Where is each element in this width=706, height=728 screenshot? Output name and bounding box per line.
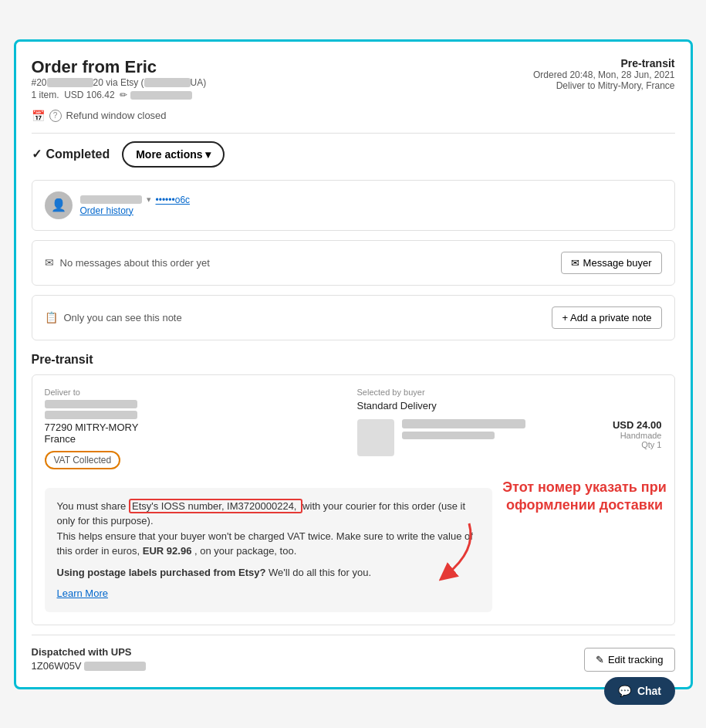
refund-circle-icon: ? [49, 110, 62, 122]
tracking-blurred [84, 662, 146, 671]
red-annotation-text: Этот номер указать при оформлении достав… [500, 479, 670, 515]
product-sub [402, 432, 495, 439]
annotation-wrapper: You must share Etsy's IOSS number, IM372… [45, 479, 662, 612]
selected-by-col: Selected by buyer Standard Delivery USD … [357, 388, 662, 469]
messages-left: ✉ No messages about this order yet [45, 256, 210, 269]
envelope-icon: ✉ [45, 256, 54, 269]
order-history-link[interactable]: Order history [80, 205, 191, 216]
status-row: ✓ Completed More actions ▾ [32, 141, 675, 168]
order-id: #20••••••20 via Etsy (••••••••UA) [32, 77, 207, 88]
deliver-to-meta: Deliver to Mitry-Mory, France [533, 80, 674, 91]
buyer-card: 👤 ▾ ••••••о6с Order history [32, 180, 675, 231]
vat-info-box: You must share Etsy's IOSS number, IM372… [45, 488, 492, 612]
ordered-date: Ordered 20:48, Mon, 28 Jun, 2021 [533, 69, 674, 80]
dropdown-icon: ▾ [147, 195, 151, 205]
shipping-grid: Deliver to 77290 MITRY-MORY France VAT C… [45, 388, 662, 469]
ioss-number: Etsy's IOSS number, IM3720000224, [132, 500, 297, 512]
buyer-name-blurred [80, 195, 142, 204]
red-arrow [415, 520, 485, 581]
address-city: 77290 MITRY-MORY [45, 422, 350, 433]
chat-button[interactable]: 💬 Chat [604, 677, 675, 705]
postage-text: We'll do all this for you. [269, 567, 371, 578]
note-icon: 📋 [45, 311, 58, 323]
order-title: Order from Eric [32, 57, 207, 77]
more-actions-label: More actions ▾ [136, 148, 211, 161]
address-country: France [45, 433, 350, 445]
product-image [357, 419, 394, 456]
tracking-row: 1Z06W05V [32, 660, 147, 672]
learn-more-link[interactable]: Learn More [57, 587, 108, 599]
message-buyer-label: Message buyer [583, 257, 652, 269]
checkmark-icon: ✓ [32, 147, 42, 161]
tracking-prefix: 1Z06W05V [32, 660, 82, 672]
no-messages-text: No messages about this order yet [60, 257, 210, 269]
completed-text: Completed [46, 147, 110, 161]
red-annotation-wrapper: Этот номер указать при оформлении достав… [492, 479, 662, 515]
deliver-to-label: Deliver to [45, 388, 350, 397]
order-id-text: #20••••••20 via Etsy (••••••••UA) [32, 77, 207, 88]
edit-tracking-label: Edit tracking [608, 654, 664, 665]
page-wrapper: Order from Eric #20••••••20 via Etsy (••… [14, 39, 693, 689]
shipping-card: Deliver to 77290 MITRY-MORY France VAT C… [32, 374, 675, 625]
note-card: 📋 Only you can see this note + Add a pri… [32, 295, 675, 340]
address-line1 [45, 400, 137, 408]
vat-text2: with your courier for this order [302, 500, 435, 512]
chat-icon: 💬 [618, 685, 631, 697]
buyer-name-row: ▾ ••••••о6с [80, 195, 191, 205]
dispatch-label: Dispatched with UPS [32, 646, 147, 658]
product-name [402, 419, 525, 428]
buyer-info: ▾ ••••••о6с Order history [80, 195, 191, 216]
edit-tracking-button[interactable]: ✎ Edit tracking [584, 648, 675, 672]
chat-label: Chat [637, 685, 661, 697]
order-items: 1 item. USD 106.42 ✏ [32, 90, 207, 100]
avatar: 👤 [45, 191, 73, 219]
product-price-info: USD 24.00 Handmade Qty 1 [613, 419, 662, 449]
product-details [402, 419, 605, 439]
dispatch-left: Dispatched with UPS 1Z06W05V [32, 646, 147, 672]
section-title: Pre-transit [32, 353, 675, 367]
more-actions-button[interactable]: More actions ▾ [122, 141, 225, 168]
order-header-left: Order from Eric #20••••••20 via Etsy (••… [32, 57, 207, 103]
note-text: Only you can see this note [64, 312, 182, 323]
message-icon: ✉ [571, 257, 579, 269]
vat-text5: , on your package, too. [194, 545, 296, 557]
order-status-right: Pre-transit Ordered 20:48, Mon, 28 Jun, … [533, 57, 674, 91]
address-line2 [45, 411, 137, 419]
add-note-label: + Add a private note [562, 312, 651, 323]
vat-badge: VAT Collected [45, 451, 121, 469]
messages-card: ✉ No messages about this order yet ✉ Mes… [32, 240, 675, 286]
delivery-method: Standard Delivery [357, 400, 662, 411]
product-row: USD 24.00 Handmade Qty 1 [357, 419, 662, 456]
edit-icon: ✎ [596, 654, 604, 665]
vat-text1: You must share [57, 500, 127, 512]
note-left: 📋 Only you can see this note [45, 311, 182, 323]
message-buyer-button[interactable]: ✉ Message buyer [561, 252, 662, 274]
refund-text: Refund window closed [66, 110, 167, 121]
selected-by-label: Selected by buyer [357, 388, 662, 397]
divider-1 [32, 133, 675, 134]
completed-label: ✓ Completed [32, 147, 110, 161]
order-header: Order from Eric #20••••••20 via Etsy (••… [32, 57, 675, 103]
add-note-button[interactable]: + Add a private note [552, 306, 661, 329]
messages-row: ✉ No messages about this order yet ✉ Mes… [45, 252, 662, 274]
product-tag: Handmade [613, 431, 662, 440]
note-row: 📋 Only you can see this note + Add a pri… [45, 306, 662, 329]
buyer-row: 👤 ▾ ••••••о6с Order history [45, 191, 662, 219]
buyer-username-link[interactable]: ••••••о6с [156, 195, 191, 205]
product-qty: Qty 1 [613, 440, 662, 449]
calendar-icon: 📅 [32, 110, 45, 122]
pre-transit-badge: Pre-transit [533, 57, 674, 69]
ioss-number-highlight: Etsy's IOSS number, IM3720000224, [129, 499, 302, 513]
product-price: USD 24.00 [613, 419, 662, 431]
eur-value: EUR 92.96 [143, 545, 192, 557]
deliver-to-col: Deliver to 77290 MITRY-MORY France VAT C… [45, 388, 350, 469]
postage-label: Using postage labels purchased from Etsy… [57, 567, 266, 578]
dispatch-footer: Dispatched with UPS 1Z06W05V ✎ Edit trac… [32, 635, 675, 672]
refund-row: 📅 ? Refund window closed [32, 110, 675, 122]
